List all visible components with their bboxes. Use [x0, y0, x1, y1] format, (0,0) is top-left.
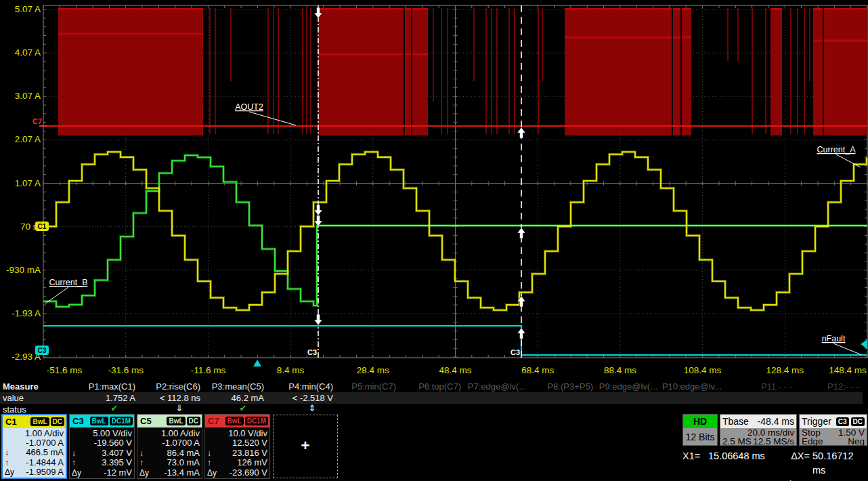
cursor-glyph: Δy — [70, 468, 81, 478]
channel-value: -1.0700 A — [26, 438, 64, 448]
measure-col-status-down: ⇓ — [176, 403, 183, 413]
channel-box-c5[interactable]: C5BwLDC1.00 A/div-1.0700 A↓86.4 mA↑73.0 … — [137, 414, 202, 479]
cursor-glyph: ↓ — [137, 448, 144, 458]
cursor-glyph: ↑ — [205, 458, 211, 467]
trigger-type: Edge — [802, 437, 823, 446]
y-axis-label: 4.07 A — [15, 47, 41, 58]
measure-col-value: 1.752 A — [106, 393, 135, 403]
measure-col-status-check: ✔ — [240, 403, 247, 413]
channel-name: C3 — [71, 416, 84, 426]
drag-zone[interactable]: + — [273, 415, 338, 478]
dx-label: ΔX= — [779, 449, 812, 478]
x-axis-label: 88.4 ms — [604, 365, 636, 375]
hd-bits: 12 Bits — [683, 428, 717, 445]
measure-col-header[interactable]: P6:top(C7) — [418, 381, 461, 392]
x1-value: 15.06648 ms — [708, 449, 779, 478]
channel-value: -23.690 V — [230, 468, 267, 478]
hd-mode-box[interactable]: HD 12 Bits — [682, 414, 718, 446]
measure-status-row: status ✔⇓✔⇕ — [0, 404, 868, 414]
y-axis-label: 1.07 A — [15, 178, 41, 188]
channel-value: 466.5 mA — [26, 448, 64, 457]
trace-label-aout2[interactable]: AOUT2 — [235, 102, 296, 125]
measure-col-value: < -2.518 V — [292, 393, 333, 403]
channel-badge-bwl: BwL — [30, 417, 49, 426]
sample-rate: 12.5 MS/s — [753, 437, 794, 446]
measure-col-header[interactable]: P2:rise(C6) — [156, 381, 200, 392]
x-axis-label: 8.4 ms — [277, 365, 305, 375]
channel-value: -1.4844 A — [26, 458, 64, 467]
channel-badge-dc1m: DC1M — [110, 417, 133, 425]
measure-col-header[interactable]: P5:min(C7) — [351, 381, 396, 392]
crosshair-icon: + — [301, 437, 310, 455]
cursor-glyph: ↑ — [70, 458, 76, 467]
measure-col-header[interactable]: P12:- - - — [827, 381, 859, 392]
x-axis-label: 48.4 ms — [439, 365, 471, 375]
x2-value: 65.23360 ms — [708, 478, 779, 481]
channel-markers[interactable]: C7C1C3 — [32, 117, 867, 367]
cursor-glyph: ↑ — [3, 458, 9, 467]
measure-col-header[interactable]: P7:edge@lv(... — [468, 381, 526, 392]
invdx-label: 1/ΔX= — [779, 478, 812, 481]
cursor-readout: X1= 15.06648 ms ΔX= 50.16712 ms X2= 65.2… — [682, 449, 868, 481]
measure-col-header[interactable]: P1:max(C1) — [89, 381, 135, 392]
channel-badge-bwl: BwL — [90, 417, 108, 425]
x-axis-label: -11.6 ms — [191, 365, 226, 375]
channel-badge-dc: DC — [51, 417, 64, 426]
channel-badge-dc: DC — [187, 417, 200, 425]
x-axis-label: 128.4 ms — [766, 365, 804, 375]
channel-box-c7[interactable]: C7BwLDC1M10.0 V/div12.520 V↓23.816 V↑126… — [204, 414, 270, 479]
channel-value: 3.395 V — [102, 458, 132, 467]
measure-col-value: < 112.8 ns — [160, 393, 200, 403]
timebase-offset: -48.4 ms — [758, 416, 794, 427]
dx-value: 50.16712 ms — [812, 449, 868, 478]
measure-col-header[interactable]: P11:- - - — [761, 381, 792, 392]
trigger-box[interactable]: Trigger C3 DC Stop 1.50 V Edge Neg — [799, 414, 867, 446]
cursor-glyph: ↓ — [70, 448, 76, 458]
trigger-level-marker — [861, 339, 867, 349]
svg-text:Current_B: Current_B — [49, 278, 88, 287]
cursor-glyph: Δy — [205, 468, 217, 478]
timebase-box[interactable]: Tbase -48.4 ms 20.0 ms/div 2.5 MS 12.5 M… — [720, 414, 797, 446]
x2-label: X2= — [682, 478, 708, 481]
channel-value: -1.0700 A — [162, 438, 200, 448]
measure-col-header[interactable]: P4:min(C4) — [288, 381, 333, 392]
trigger-coupling-badge: DC — [851, 417, 865, 426]
trigger-time-marker — [253, 360, 261, 367]
trace-label-nfault[interactable]: nFault — [822, 334, 862, 355]
measure-header-row: Measure P1:max(C1)P2:rise(C6)P3:mean(C5)… — [0, 381, 868, 392]
measure-col-status-check: ✔ — [111, 403, 118, 413]
channel-value: -12 mV — [104, 468, 132, 478]
svg-text:AOUT2: AOUT2 — [235, 102, 263, 112]
trigger-label: Trigger — [802, 416, 831, 427]
measure-col-header[interactable]: P10:edge@lv... — [662, 381, 722, 392]
svg-text:C1: C1 — [38, 223, 47, 230]
cursor-glyph: ↑ — [137, 458, 144, 467]
memory-depth: 2.5 MS — [722, 437, 752, 446]
measure-col-value: 46.2 mA — [232, 393, 264, 403]
measure-col-header[interactable]: P9:edge@lv(... — [599, 381, 657, 392]
channel-value: -19.560 V — [94, 438, 132, 448]
y-axis-label: 2.07 A — [15, 134, 41, 144]
x-axis-label: 28.4 ms — [357, 365, 389, 375]
channel-value: -1.9509 A — [26, 467, 64, 477]
trace-label-current-a[interactable]: Current_A — [817, 145, 861, 167]
cursor-glyph: ↓ — [205, 448, 211, 458]
y-axis-label: -1.93 A — [12, 308, 41, 318]
channel-value: 10.0 V/div — [228, 429, 267, 438]
channel-value: -13.4 mA — [164, 468, 200, 478]
y-axis-label: 3.07 A — [15, 91, 41, 101]
channel-value: 5.00 V/div — [93, 429, 132, 438]
hd-badge: HD — [683, 415, 717, 428]
trigger-source-badge: C3 — [836, 417, 849, 426]
cursor-glyph: Δy — [137, 468, 149, 478]
channel-value: 73.0 mA — [167, 458, 200, 467]
channel-box-c3[interactable]: C3BwLDC1M5.00 V/div-19.560 V↓3.407 V↑3.3… — [69, 414, 135, 479]
channel-value: 12.520 V — [232, 438, 267, 448]
channel-box-c1[interactable]: C1BwLDC1.00 A/div-1.0700 A↓466.5 mA↑-1.4… — [1, 414, 67, 479]
svg-text:C3: C3 — [38, 347, 47, 354]
invdx-value: 19.93337 Hz — [812, 478, 868, 481]
measure-col-header[interactable]: P8:(P3+P5) — [547, 381, 593, 392]
measure-col-status-updown: ⇕ — [309, 403, 316, 413]
measure-col-header[interactable]: P3:mean(C5) — [212, 381, 264, 392]
cursor-glyph: ↓ — [3, 448, 9, 457]
